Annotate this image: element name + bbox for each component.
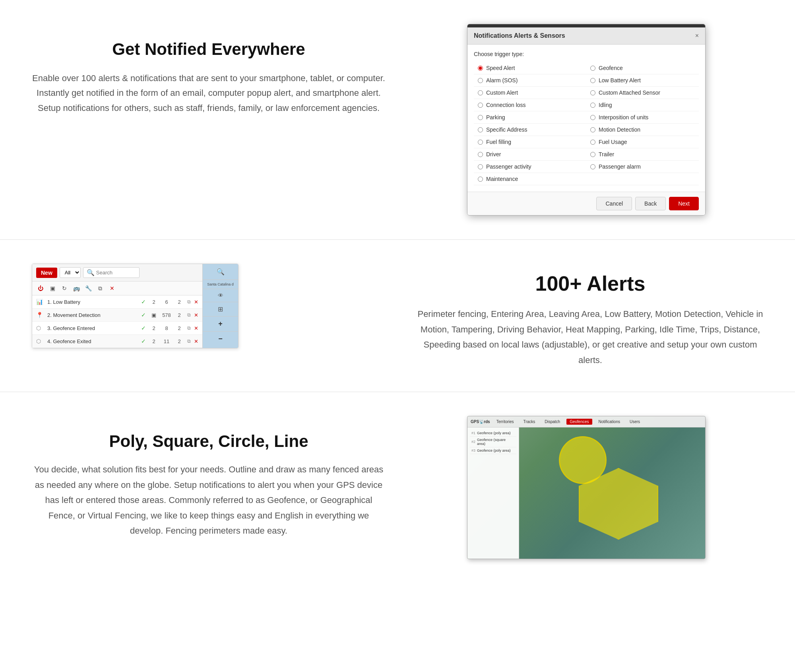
modal-option-custom-attached-sensor[interactable]: Custom Attached Sensor xyxy=(586,87,699,99)
geofence-map: GPS📡rds Territories Tracks Dispatch Geof… xyxy=(467,416,706,559)
alert-copy-icon-1[interactable]: ⧉ xyxy=(187,299,191,305)
alert-name-1: 1. Low Battery xyxy=(47,299,138,305)
notifications-modal: Notifications Alerts & Sensors × Choose … xyxy=(467,24,706,216)
modal-header: Notifications Alerts & Sensors × xyxy=(467,27,705,45)
modal-option-connection-loss[interactable]: Connection loss xyxy=(474,99,586,111)
icon-action-row: ⏻ ▣ ↻ 🚌 🔧 ⧉ ✕ xyxy=(32,282,202,295)
alerts-heading: 100+ Alerts xyxy=(417,272,763,295)
geofence-map-wrapper: GPS📡rds Territories Tracks Dispatch Geof… xyxy=(409,416,763,559)
alert-delete-icon-2[interactable]: ✕ xyxy=(194,312,198,318)
modal-option-interposition[interactable]: Interposition of units xyxy=(586,111,699,124)
monitor-icon[interactable]: ▣ xyxy=(48,284,57,293)
alert-type-icon-1: 📊 xyxy=(36,299,44,305)
modal-option-trailer[interactable]: Trailer xyxy=(586,148,699,161)
geofence-name-2: Geofence (square area) xyxy=(477,438,515,446)
mini-map-panel: 🔍 Santa Catalina d 👁 ⊞ + − xyxy=(202,264,238,348)
geofence-heading: Poly, Square, Circle, Line xyxy=(32,432,386,451)
power-icon[interactable]: ⏻ xyxy=(36,284,45,293)
modal-option-geofence[interactable]: Geofence xyxy=(586,62,699,74)
copy-icon[interactable]: ⧉ xyxy=(96,284,105,293)
modal-option-speed-alert[interactable]: Speed Alert xyxy=(474,62,586,74)
next-button[interactable]: Next xyxy=(669,197,699,210)
bus-icon[interactable]: 🚌 xyxy=(72,284,81,293)
modal-option-custom-alert[interactable]: Custom Alert xyxy=(474,87,586,99)
alert-val1-4: 2 xyxy=(149,338,159,344)
cancel-button[interactable]: Cancel xyxy=(596,197,632,210)
modal-option-alarm-sos[interactable]: Alarm (SOS) xyxy=(474,74,586,87)
alert-name-2: 2. Movement Detection xyxy=(47,312,138,318)
refresh-icon[interactable]: ↻ xyxy=(60,284,69,293)
modal-option-motion-detection[interactable]: Motion Detection xyxy=(586,124,699,136)
tool-icon[interactable]: 🔧 xyxy=(84,284,93,293)
alert-copy-icon-3[interactable]: ⧉ xyxy=(187,325,191,331)
modal-top-bar xyxy=(467,24,705,27)
tab-notifications[interactable]: Notifications xyxy=(595,419,623,425)
alert-check-1: ✓ xyxy=(141,299,146,305)
notify-description: Enable over 100 alerts & notifications t… xyxy=(32,71,386,115)
alert-row-3: ⬡ 3. Geofence Entered ✓ 2 8 2 ⧉ ✕ xyxy=(32,322,202,335)
alert-name-3: 3. Geofence Entered xyxy=(47,325,138,331)
tab-users[interactable]: Users xyxy=(626,419,643,425)
modal-option-driver[interactable]: Driver xyxy=(474,148,586,161)
new-alert-button[interactable]: New xyxy=(36,268,57,278)
modal-option-idling[interactable]: Idling xyxy=(586,99,699,111)
alert-type-icon-4: ⬡ xyxy=(36,338,44,344)
geofence-num-2: #2 xyxy=(471,440,475,444)
mini-map-layers-icon[interactable]: ⊞ xyxy=(203,302,238,317)
alert-val2-3: 8 xyxy=(162,325,171,331)
alert-panel-wrapper: New All 🔍 ⏻ ▣ ↻ 🚌 xyxy=(32,264,394,348)
modal-option-low-battery-alert[interactable]: Low Battery Alert xyxy=(586,74,699,87)
geofence-list-row-2: #2 Geofence (square area) xyxy=(470,437,516,447)
tab-dispatch[interactable]: Dispatch xyxy=(541,419,563,425)
alert-val3-3: 2 xyxy=(175,325,184,331)
modal-title: Notifications Alerts & Sensors xyxy=(474,32,565,39)
alert-type-icon-3: ⬡ xyxy=(36,325,44,331)
modal-close-button[interactable]: × xyxy=(695,32,699,39)
modal-option-passenger-activity[interactable]: Passenger activity xyxy=(474,161,586,173)
mini-map-eye-icon[interactable]: 👁 xyxy=(203,289,238,302)
search-input[interactable] xyxy=(96,270,136,276)
search-icon: 🔍 xyxy=(87,269,95,276)
tab-tracks[interactable]: Tracks xyxy=(520,419,539,425)
alert-name-4: 4. Geofence Exited xyxy=(47,338,138,344)
mini-map-search-icon[interactable]: 🔍 xyxy=(203,264,238,280)
alert-val1-3: 2 xyxy=(149,325,159,331)
back-button[interactable]: Back xyxy=(635,197,666,210)
map-top-bar: GPS📡rds Territories Tracks Dispatch Geof… xyxy=(467,416,705,427)
modal-option-empty xyxy=(586,173,699,185)
modal-option-fuel-filling[interactable]: Fuel filling xyxy=(474,136,586,148)
alert-row-1: 📊 1. Low Battery ✓ 2 6 2 ⧉ ✕ xyxy=(32,295,202,309)
alert-copy-icon-4[interactable]: ⧉ xyxy=(187,338,191,344)
modal-option-specific-address[interactable]: Specific Address xyxy=(474,124,586,136)
alert-table: New All 🔍 ⏻ ▣ ↻ 🚌 xyxy=(32,264,202,348)
tab-geofences[interactable]: Geofences xyxy=(566,419,592,425)
search-box: 🔍 xyxy=(83,267,140,278)
delete-all-icon[interactable]: ✕ xyxy=(108,284,116,293)
geofence-list-row-3: #3 Geofence (poly area) xyxy=(470,447,516,454)
alert-type-icon-2: 📍 xyxy=(36,312,44,318)
alert-val3-1: 2 xyxy=(175,299,184,305)
alert-copy-icon-2[interactable]: ⧉ xyxy=(187,312,191,318)
modal-option-passenger-alarm[interactable]: Passenger alarm xyxy=(586,161,699,173)
geofence-name-3: Geofence (poly area) xyxy=(477,449,511,453)
alert-val2-4: 11 xyxy=(162,338,171,344)
modal-trigger-label: Choose trigger type: xyxy=(474,51,699,57)
modal-option-maintenance[interactable]: Maintenance xyxy=(474,173,586,185)
geofence-description: You decide, what solution fits best for … xyxy=(32,462,386,539)
alert-delete-icon-3[interactable]: ✕ xyxy=(194,325,198,331)
modal-wrapper: Notifications Alerts & Sensors × Choose … xyxy=(409,24,763,216)
modal-option-fuel-usage[interactable]: Fuel Usage xyxy=(586,136,699,148)
alert-row-4: ⬡ 4. Geofence Exited ✓ 2 11 2 ⧉ ✕ xyxy=(32,335,202,348)
alert-val3-4: 2 xyxy=(175,338,184,344)
alert-filter-select[interactable]: All xyxy=(60,267,81,278)
mini-map-zoom-out-button[interactable]: − xyxy=(203,332,238,346)
mini-map-zoom-in-button[interactable]: + xyxy=(203,317,238,332)
modal-option-parking[interactable]: Parking xyxy=(474,111,586,124)
tab-territories[interactable]: Territories xyxy=(493,419,517,425)
alert-toolbar: New All 🔍 xyxy=(32,264,202,282)
section-notify: Get Notified Everywhere Enable over 100 … xyxy=(0,0,795,240)
alert-delete-icon-4[interactable]: ✕ xyxy=(194,338,198,344)
geofence-name-1: Geofence (poly area) xyxy=(477,431,511,435)
alert-delete-icon-1[interactable]: ✕ xyxy=(194,299,198,305)
alert-panel: New All 🔍 ⏻ ▣ ↻ 🚌 xyxy=(32,264,238,348)
